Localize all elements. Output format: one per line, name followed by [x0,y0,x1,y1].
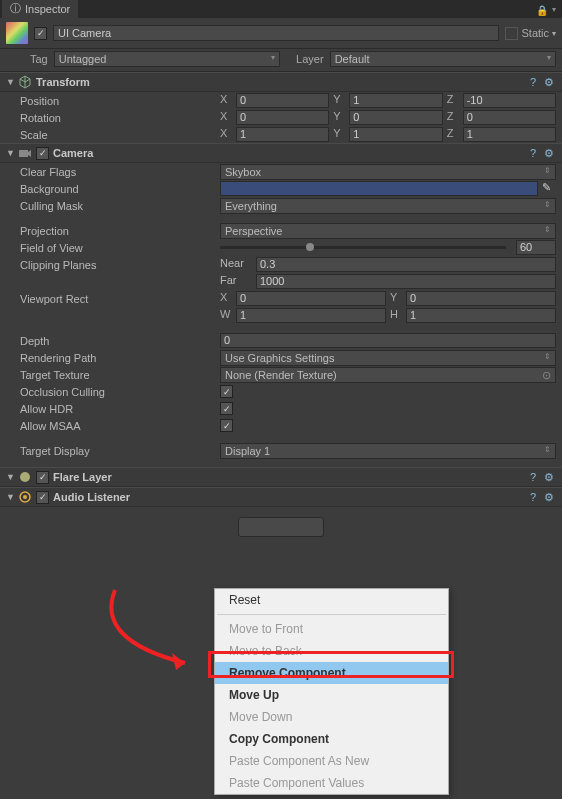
menu-move-down[interactable]: Move Down [215,706,448,728]
projection-label: Projection [20,225,220,237]
position-y[interactable]: 1 [349,93,442,108]
background-color-field[interactable] [220,181,538,196]
menu-move-up[interactable]: Move Up [215,684,448,706]
foldout-icon[interactable]: ▼ [6,148,14,158]
target-display-dropdown[interactable]: Display 1 [220,443,556,459]
audio-enabled-checkbox[interactable]: ✓ [36,491,49,504]
depth-field[interactable]: 0 [220,333,556,348]
clipping-far[interactable]: 1000 [256,274,556,289]
viewport-y[interactable]: 0 [406,291,556,306]
info-icon: ⓘ [10,1,21,16]
help-icon[interactable]: ? [526,75,540,89]
viewport-w[interactable]: 1 [236,308,386,323]
clear-flags-label: Clear Flags [20,166,220,178]
menu-separator [217,614,446,615]
static-dropdown-icon[interactable]: ▾ [552,29,556,38]
fov-value[interactable]: 60 [516,240,556,255]
occlusion-checkbox[interactable]: ✓ [220,385,233,398]
menu-paste-values[interactable]: Paste Component Values [215,772,448,794]
transform-icon [18,75,32,89]
gameobject-active-checkbox[interactable]: ✓ [34,27,47,40]
scale-label: Scale [20,129,220,141]
menu-move-front[interactable]: Move to Front [215,618,448,640]
far-label: Far [220,274,252,289]
projection-dropdown[interactable]: Perspective [220,223,556,239]
viewport-label: Viewport Rect [20,293,220,305]
menu-reset[interactable]: Reset [215,589,448,611]
help-icon[interactable]: ? [526,146,540,160]
background-label: Background [20,183,220,195]
layer-dropdown[interactable]: Default [330,51,556,67]
msaa-label: Allow MSAA [20,420,220,432]
camera-header[interactable]: ▼ ✓ Camera ?⚙ [0,143,562,163]
rendering-path-dropdown[interactable]: Use Graphics Settings [220,350,556,366]
flare-layer-title: Flare Layer [53,471,522,483]
gear-icon[interactable]: ⚙ [542,146,556,160]
tag-dropdown[interactable]: Untagged [54,51,280,67]
rotation-z[interactable]: 0 [463,110,556,125]
depth-label: Depth [20,335,220,347]
svg-point-3 [23,495,27,499]
foldout-icon[interactable]: ▼ [6,472,14,482]
inspector-tab[interactable]: ⓘ Inspector [2,0,78,18]
help-icon[interactable]: ? [526,470,540,484]
clipping-near[interactable]: 0.3 [256,257,556,272]
target-display-label: Target Display [20,445,220,457]
rotation-y[interactable]: 0 [349,110,442,125]
audio-listener-title: Audio Listener [53,491,522,503]
foldout-icon[interactable]: ▼ [6,492,14,502]
layer-label: Layer [296,53,324,65]
position-label: Position [20,95,220,107]
position-z[interactable]: -10 [463,93,556,108]
scale-y[interactable]: 1 [349,127,442,142]
viewport-x[interactable]: 0 [236,291,386,306]
fov-slider[interactable] [220,240,506,255]
menu-copy-component[interactable]: Copy Component [215,728,448,750]
occlusion-label: Occlusion Culling [20,386,220,398]
gameobject-header: ✓ UI Camera Static ▾ [0,18,562,49]
tag-layer-row: Tag Untagged Layer Default [0,49,562,72]
flare-enabled-checkbox[interactable]: ✓ [36,471,49,484]
tab-menu-icon[interactable]: ▾ [552,5,556,16]
foldout-icon[interactable]: ▼ [6,77,14,87]
target-texture-field[interactable]: None (Render Texture) [220,367,556,383]
gear-icon[interactable]: ⚙ [542,75,556,89]
audio-listener-header[interactable]: ▼ ✓ Audio Listener ?⚙ [0,487,562,507]
tab-bar: ⓘ Inspector 🔒 ▾ [0,0,562,18]
camera-enabled-checkbox[interactable]: ✓ [36,147,49,160]
context-menu: Reset Move to Front Move to Back Remove … [214,588,449,795]
gameobject-name-field[interactable]: UI Camera [53,25,499,41]
static-label: Static [521,27,549,39]
camera-title: Camera [53,147,522,159]
viewport-h[interactable]: 1 [406,308,556,323]
rotation-x[interactable]: 0 [236,110,329,125]
audio-icon [18,490,32,504]
scale-x[interactable]: 1 [236,127,329,142]
add-component-button[interactable] [238,517,323,537]
hdr-checkbox[interactable]: ✓ [220,402,233,415]
transform-header[interactable]: ▼ Transform ?⚙ [0,72,562,92]
culling-mask-label: Culling Mask [20,200,220,212]
static-checkbox[interactable] [505,27,518,40]
gear-icon[interactable]: ⚙ [542,490,556,504]
eyedropper-icon[interactable]: ✎ [542,181,556,196]
culling-mask-dropdown[interactable]: Everything [220,198,556,214]
rotation-label: Rotation [20,112,220,124]
transform-title: Transform [36,76,522,88]
scale-z[interactable]: 1 [463,127,556,142]
clipping-label: Clipping Planes [20,259,220,271]
gear-icon[interactable]: ⚙ [542,470,556,484]
gameobject-icon[interactable] [6,22,28,44]
menu-paste-new[interactable]: Paste Component As New [215,750,448,772]
help-icon[interactable]: ? [526,490,540,504]
rendering-path-label: Rendering Path [20,352,220,364]
camera-icon [18,146,32,160]
position-x[interactable]: 0 [236,93,329,108]
svg-point-1 [20,472,30,482]
clear-flags-dropdown[interactable]: Skybox [220,164,556,180]
msaa-checkbox[interactable]: ✓ [220,419,233,432]
lock-icon[interactable]: 🔒 [536,5,548,16]
flare-layer-header[interactable]: ▼ ✓ Flare Layer ?⚙ [0,467,562,487]
tag-label: Tag [30,53,48,65]
flare-icon [18,470,32,484]
